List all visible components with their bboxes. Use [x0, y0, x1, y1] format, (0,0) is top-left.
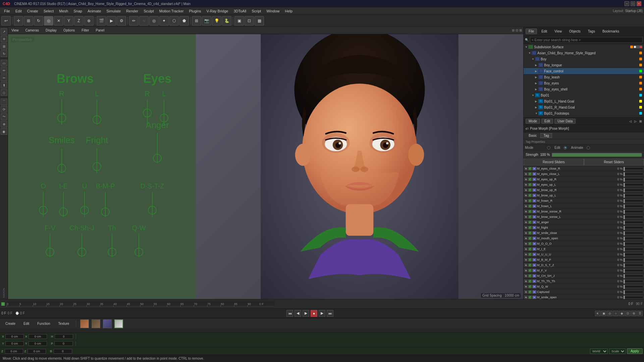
- z2-input[interactable]: [28, 349, 46, 354]
- morph-handle[interactable]: [624, 247, 625, 251]
- tool-weight[interactable]: ◉: [1, 128, 7, 135]
- menu-plugins[interactable]: Plugins: [186, 8, 204, 14]
- morph-slider[interactable]: [623, 275, 643, 277]
- morph-slider[interactable]: [623, 189, 643, 191]
- morph-eye-toggle[interactable]: ◉: [524, 237, 528, 240]
- x-input[interactable]: [5, 334, 24, 339]
- morph-handle[interactable]: [624, 204, 625, 208]
- tool4[interactable]: ✦: [159, 16, 169, 25]
- morph-check[interactable]: ✓: [528, 178, 532, 181]
- tree-item-face-control[interactable]: ▶ ◻ Face_control: [524, 68, 644, 74]
- x2-input[interactable]: [29, 334, 47, 339]
- morph-slider[interactable]: [623, 173, 643, 175]
- morph-check[interactable]: ✓: [528, 199, 532, 202]
- extra-btn2[interactable]: ◎: [607, 311, 612, 316]
- morph-check[interactable]: ✓: [528, 285, 532, 288]
- tab-tags[interactable]: Tags: [585, 28, 598, 34]
- tree-item-subdivision[interactable]: ▼ ◻ Subdivision Surface: [524, 44, 644, 50]
- y-input[interactable]: [5, 341, 24, 346]
- morph-handle[interactable]: [624, 199, 625, 203]
- morph-handle[interactable]: [624, 280, 625, 284]
- mode-button[interactable]: Mode: [526, 119, 540, 124]
- user-data-button[interactable]: User Data: [554, 119, 576, 124]
- morph-eye-toggle[interactable]: ◉: [524, 274, 528, 278]
- morph-eye-toggle[interactable]: ◉: [524, 269, 528, 272]
- morph-check[interactable]: ✓: [528, 183, 532, 186]
- tree-item-bip01[interactable]: ▼ ⊕ Bip01: [524, 92, 644, 98]
- extra-btn4[interactable]: ◉: [619, 311, 625, 316]
- menu-help[interactable]: Help: [282, 8, 296, 14]
- morph-slider[interactable]: [623, 221, 643, 224]
- morph-check[interactable]: ✓: [528, 237, 532, 240]
- next-frame-button[interactable]: ▶: [319, 310, 325, 317]
- extra-btn3[interactable]: ☆: [613, 311, 619, 316]
- morph-eye-toggle[interactable]: ◉: [524, 253, 528, 256]
- menu-motion-tracker[interactable]: Motion Tracker: [157, 8, 186, 14]
- display1[interactable]: ▣: [234, 16, 244, 25]
- tool-polygon[interactable]: ▭: [1, 60, 7, 66]
- menu-mesh[interactable]: Mesh: [56, 8, 71, 14]
- morph-eye-toggle[interactable]: ◉: [524, 221, 528, 224]
- tool-rotate[interactable]: ↻: [1, 50, 7, 57]
- morph-handle[interactable]: [624, 210, 625, 214]
- morph-check[interactable]: ✓: [528, 247, 532, 251]
- morph-handle[interactable]: [624, 263, 625, 267]
- render-settings[interactable]: ⚙: [117, 16, 126, 25]
- tool-extrude[interactable]: ⬆: [1, 82, 7, 88]
- material-boy2[interactable]: [92, 319, 100, 328]
- morph-handle[interactable]: [624, 167, 625, 171]
- tab-file[interactable]: File: [526, 28, 537, 34]
- tool1[interactable]: ✏: [129, 16, 139, 25]
- p-input[interactable]: [54, 341, 73, 346]
- extra-btn6[interactable]: ⊞: [631, 311, 637, 316]
- menu-file[interactable]: File: [1, 8, 13, 14]
- content-texture[interactable]: Texture: [56, 321, 72, 326]
- morph-slider[interactable]: [623, 264, 643, 266]
- tree-item-tongue[interactable]: ▶ ◻ Boy_tongue: [524, 62, 644, 68]
- morph-eye-toggle[interactable]: ◉: [524, 199, 528, 202]
- tag-tag[interactable]: Tag: [540, 133, 552, 138]
- menu-3dtoall[interactable]: 3DToAll: [231, 8, 249, 14]
- render-btn[interactable]: ▶: [107, 16, 116, 25]
- morph-check[interactable]: ✓: [528, 194, 532, 197]
- morph-slider[interactable]: [623, 232, 643, 234]
- tab-bookmarks[interactable]: Bookmarks: [599, 28, 622, 34]
- tree-item-leash[interactable]: ▶ ◻ Boy_leash: [524, 74, 644, 80]
- face-controls-svg[interactable]: Brows Eyes R L: [8, 34, 196, 299]
- morph-check[interactable]: ✓: [528, 258, 532, 261]
- reset-sliders-button[interactable]: Reset Sliders: [584, 159, 644, 166]
- morph-eye-toggle[interactable]: ◉: [524, 210, 528, 213]
- tool-move[interactable]: ✛: [1, 36, 7, 42]
- morph-eye-toggle[interactable]: ◉: [524, 194, 528, 197]
- undo-button[interactable]: ↩: [1, 16, 11, 25]
- y2-input[interactable]: [29, 341, 47, 346]
- morph-slider[interactable]: [623, 167, 643, 170]
- search-input[interactable]: [530, 37, 643, 43]
- morph-eye-toggle[interactable]: ◉: [524, 285, 528, 288]
- morph-handle[interactable]: [624, 172, 625, 176]
- morph-eye-toggle[interactable]: ◉: [524, 215, 528, 219]
- python-btn[interactable]: 🐍: [222, 16, 231, 25]
- tool6[interactable]: ⬟: [179, 16, 189, 25]
- morph-slider[interactable]: [623, 210, 643, 213]
- edit-radio[interactable]: [564, 146, 567, 149]
- timeline-start-marker[interactable]: [1, 302, 5, 306]
- grid-btn[interactable]: ⊞: [192, 16, 201, 25]
- tool-twist[interactable]: ⟳: [1, 106, 7, 113]
- morph-eye-toggle[interactable]: ◉: [524, 290, 528, 294]
- arrow-left[interactable]: ◁: [629, 120, 632, 123]
- world-coords[interactable]: ⊕: [84, 16, 94, 25]
- morph-eye-toggle[interactable]: ◉: [524, 167, 528, 170]
- tool-scale[interactable]: ⊞: [1, 43, 7, 50]
- morph-eye-toggle[interactable]: ◉: [524, 188, 528, 192]
- vp-filter[interactable]: Filter: [79, 28, 91, 33]
- morph-handle[interactable]: [624, 269, 625, 273]
- tag-basic[interactable]: Basic: [526, 133, 540, 138]
- morph-check[interactable]: ✓: [528, 242, 532, 245]
- menu-select[interactable]: Select: [41, 8, 57, 14]
- morph-check[interactable]: ✓: [528, 221, 532, 224]
- tab-view[interactable]: View: [551, 28, 565, 34]
- morph-slider[interactable]: [623, 237, 643, 240]
- extra-btn5[interactable]: ⊡: [625, 311, 631, 316]
- select-y[interactable]: Y: [64, 16, 73, 25]
